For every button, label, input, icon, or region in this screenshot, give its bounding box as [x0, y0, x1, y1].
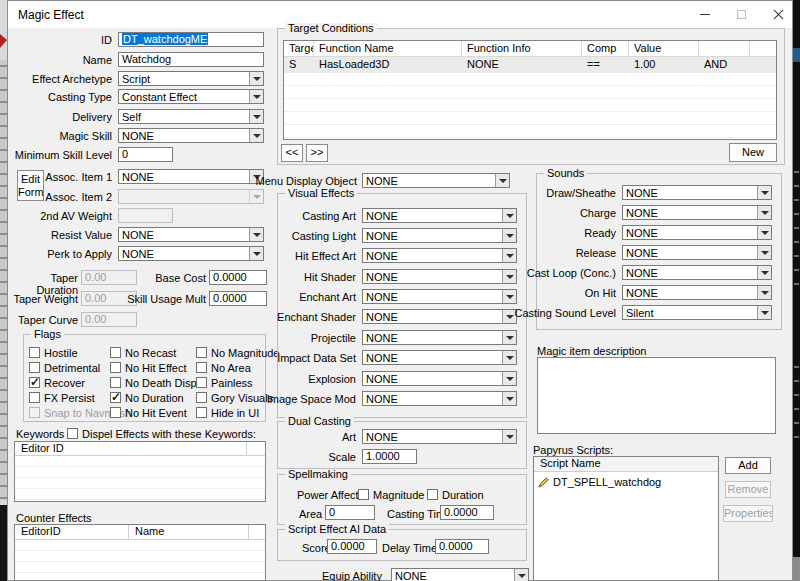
- col-function-name[interactable]: Function Name: [314, 41, 462, 57]
- hit-shader-select[interactable]: NONE: [362, 269, 517, 284]
- flag-painless-checkbox[interactable]: [196, 377, 207, 388]
- minimum-skill-level-input[interactable]: 0: [118, 147, 173, 162]
- casting-type-select[interactable]: Constant Effect: [118, 89, 264, 104]
- projectile-select[interactable]: NONE: [362, 330, 517, 345]
- counter-effects-header[interactable]: EditorID Name: [15, 525, 265, 540]
- chevron-down-icon[interactable]: [757, 266, 771, 279]
- score-input[interactable]: 0.0000: [327, 539, 377, 554]
- flag-no-hit-event-checkbox[interactable]: [110, 407, 121, 418]
- chevron-down-icon[interactable]: [502, 430, 516, 443]
- dual-casting-scale-input[interactable]: 1.0000: [362, 449, 417, 464]
- script-list-item[interactable]: DT_SPELL_watchdog: [536, 475, 661, 489]
- flag-recover-label: Recover: [44, 377, 85, 389]
- assoc-item-1-select[interactable]: NONE: [118, 169, 264, 184]
- col-comp[interactable]: Comp: [582, 41, 629, 57]
- conditions-next-button[interactable]: >>: [306, 144, 328, 162]
- chevron-down-icon[interactable]: [502, 372, 516, 385]
- chevron-down-icon[interactable]: [502, 351, 516, 364]
- chevron-down-icon[interactable]: [249, 110, 263, 123]
- add-script-button[interactable]: Add: [725, 457, 771, 474]
- col-value[interactable]: Value: [629, 41, 699, 57]
- script-name-column[interactable]: Script Name: [534, 457, 718, 471]
- chevron-down-icon[interactable]: [757, 286, 771, 299]
- flag-hide-in-ui-checkbox[interactable]: [196, 407, 207, 418]
- dual-casting-title: Dual Casting: [285, 416, 354, 427]
- impact-data-set-select[interactable]: NONE: [362, 350, 517, 365]
- conditions-prev-button[interactable]: <<: [281, 144, 303, 162]
- name-input[interactable]: Watchdog: [118, 52, 264, 67]
- flag-no-death-dispel-checkbox[interactable]: [110, 377, 121, 388]
- chevron-down-icon[interactable]: [502, 331, 516, 344]
- area-input[interactable]: 0: [325, 505, 375, 520]
- release-select[interactable]: NONE: [622, 245, 772, 260]
- flag-gory-visuals-checkbox[interactable]: [196, 392, 207, 403]
- draw-sheathe-select[interactable]: NONE: [622, 185, 772, 200]
- flag-fx-persist-checkbox[interactable]: [29, 392, 40, 403]
- flag-recover-checkbox[interactable]: [29, 377, 40, 388]
- magnitude-checkbox[interactable]: [358, 489, 369, 500]
- chevron-down-icon[interactable]: [757, 246, 771, 259]
- chevron-down-icon[interactable]: [502, 392, 516, 405]
- flag-hostile-checkbox[interactable]: [29, 347, 40, 358]
- counter-name-column[interactable]: Name: [129, 525, 249, 539]
- enchant-art-select[interactable]: NONE: [362, 289, 517, 304]
- title-bar[interactable]: Magic Effect: [8, 1, 792, 28]
- ready-select[interactable]: NONE: [622, 225, 772, 240]
- keywords-editor-id-column[interactable]: Editor ID: [15, 442, 247, 455]
- delivery-select[interactable]: Self: [118, 109, 264, 124]
- image-space-mod-select[interactable]: NONE: [362, 391, 517, 406]
- equip-ability-select[interactable]: NONE: [391, 568, 529, 581]
- flag-no-area-checkbox[interactable]: [196, 362, 207, 373]
- explosion-select[interactable]: NONE: [362, 371, 517, 386]
- chevron-down-icon[interactable]: [495, 174, 509, 187]
- chevron-down-icon[interactable]: [757, 306, 771, 319]
- flag-no-hit-effect-checkbox[interactable]: [110, 362, 121, 373]
- casting-sound-level-label: Casting Sound Level: [500, 307, 616, 319]
- magic-item-description-input[interactable]: [537, 357, 776, 434]
- chevron-down-icon[interactable]: [757, 206, 771, 219]
- close-button[interactable]: [763, 1, 793, 28]
- effect-archetype-select[interactable]: Script: [118, 71, 264, 86]
- enchant-shader-select[interactable]: NONE: [362, 309, 517, 324]
- counter-editorid-column[interactable]: EditorID: [15, 525, 129, 539]
- flag-no-duration-checkbox[interactable]: [110, 392, 121, 403]
- duration-checkbox[interactable]: [427, 489, 438, 500]
- conditions-new-button[interactable]: New: [729, 143, 777, 162]
- chevron-down-icon[interactable]: [757, 226, 771, 239]
- condition-row[interactable]: S HasLoaded3D NONE == 1.00 AND: [284, 57, 776, 73]
- conditions-table[interactable]: Target Function Name Function Info Comp …: [283, 40, 777, 140]
- chevron-down-icon[interactable]: [249, 72, 263, 85]
- casting-sound-level-select[interactable]: Silent: [622, 305, 772, 320]
- hit-effect-art-select[interactable]: NONE: [362, 248, 517, 263]
- delay-time-input[interactable]: 0.0000: [435, 539, 489, 554]
- chevron-down-icon[interactable]: [249, 129, 263, 142]
- magic-skill-select[interactable]: NONE: [118, 128, 264, 143]
- conditions-table-header[interactable]: Target Function Name Function Info Comp …: [284, 41, 776, 57]
- papyrus-list-header[interactable]: Script Name: [534, 457, 718, 472]
- counter-effects-list[interactable]: EditorID Name: [14, 524, 266, 581]
- chevron-down-icon[interactable]: [249, 90, 263, 103]
- dispel-effects-checkbox[interactable]: [67, 428, 78, 439]
- casting-time-input[interactable]: 0.0000: [440, 505, 494, 520]
- casting-light-select[interactable]: NONE: [362, 228, 517, 243]
- flag-detrimental-checkbox[interactable]: [29, 362, 40, 373]
- keywords-list-header[interactable]: Editor ID: [15, 442, 265, 456]
- papyrus-scripts-list[interactable]: Script Name DT_SPELL_watchdog: [533, 456, 719, 581]
- dual-casting-art-select[interactable]: NONE: [362, 429, 517, 444]
- resist-value-label: Resist Value: [12, 229, 112, 241]
- chevron-down-icon[interactable]: [514, 569, 528, 581]
- col-operator[interactable]: [699, 41, 750, 57]
- minimize-button[interactable]: [690, 1, 720, 28]
- menu-display-object-select[interactable]: NONE: [362, 173, 510, 188]
- flag-no-magnitude-checkbox[interactable]: [196, 347, 207, 358]
- cast-loop-select[interactable]: NONE: [622, 265, 772, 280]
- col-target[interactable]: Target: [284, 41, 314, 57]
- casting-art-select[interactable]: NONE: [362, 208, 517, 223]
- keywords-list[interactable]: Editor ID: [14, 441, 266, 502]
- chevron-down-icon[interactable]: [757, 186, 771, 199]
- id-input[interactable]: DT_watchdogME: [118, 32, 264, 47]
- col-function-info[interactable]: Function Info: [462, 41, 582, 57]
- flag-no-recast-checkbox[interactable]: [110, 347, 121, 358]
- on-hit-select[interactable]: NONE: [622, 285, 772, 300]
- charge-select[interactable]: NONE: [622, 205, 772, 220]
